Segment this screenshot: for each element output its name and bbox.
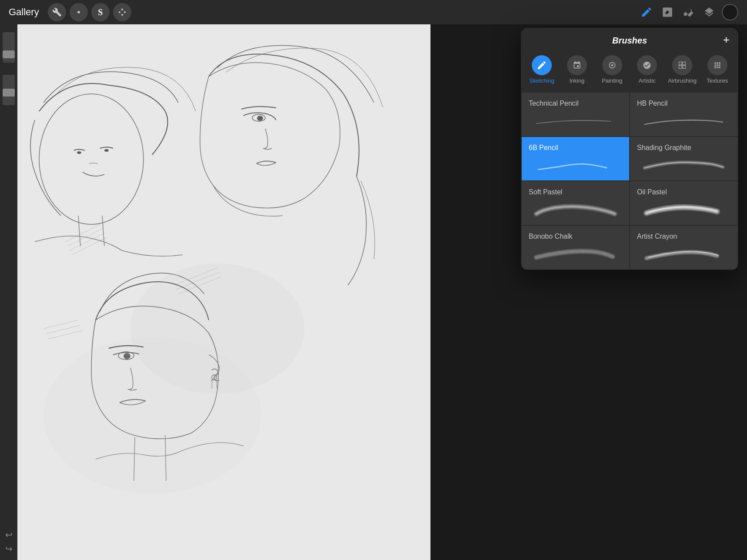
smudge-tool-icon[interactable]: S: [91, 3, 110, 21]
panel-title: Brushes: [612, 36, 647, 46]
svg-point-0: [77, 11, 80, 13]
tab-textures[interactable]: Textures: [700, 53, 734, 87]
layers-tool[interactable]: [701, 4, 717, 20]
tab-airbrushing[interactable]: Airbrushing: [666, 53, 699, 87]
opacity-handle[interactable]: [3, 50, 15, 58]
toolbar: Gallery S: [0, 0, 747, 24]
size-slider[interactable]: [3, 75, 15, 105]
brush-name-hb-pencil: HB Pencil: [637, 100, 730, 107]
brush-stroke-hb-pencil: [637, 113, 730, 128]
svg-point-23: [611, 64, 613, 67]
brush-hb-pencil[interactable]: HB Pencil: [630, 93, 737, 136]
textures-icon: [707, 55, 727, 75]
avatar: [722, 4, 738, 20]
svg-rect-26: [679, 66, 682, 69]
gallery-button[interactable]: Gallery: [9, 7, 39, 18]
pencil-tool-active[interactable]: [638, 4, 655, 20]
category-tabs: Sketching Inking Painting: [521, 50, 738, 92]
tab-inking[interactable]: Inking: [560, 53, 594, 87]
brush-stroke-technical-pencil: [529, 113, 622, 128]
add-brush-button[interactable]: +: [723, 34, 730, 45]
tab-artistic-label: Artistic: [639, 77, 656, 84]
tab-artistic[interactable]: Artistic: [630, 53, 664, 87]
brush-oil-pastel[interactable]: Oil Pastel: [630, 181, 737, 225]
size-handle[interactable]: [3, 89, 15, 97]
svg-rect-27: [683, 66, 686, 69]
inking-icon: [567, 55, 587, 75]
brush-6b-pencil[interactable]: 6B Pencil: [522, 137, 629, 180]
tab-airbrushing-label: Airbrushing: [668, 77, 697, 84]
svg-point-32: [595, 252, 596, 253]
left-sidebar: ↩ ↪: [0, 24, 17, 560]
opacity-slider[interactable]: [3, 32, 15, 63]
brush-stroke-oil-pastel: [637, 201, 730, 217]
canvas-area[interactable]: [0, 24, 430, 560]
brush-name-shading-graphite: Shading Graphite: [637, 144, 730, 152]
tab-sketching-label: Sketching: [530, 77, 554, 84]
brush-technical-pencil[interactable]: Technical Pencil: [522, 93, 629, 136]
svg-rect-25: [683, 62, 686, 65]
brush-stroke-bonobo-chalk: [529, 246, 622, 261]
tab-painting[interactable]: Painting: [595, 53, 629, 87]
wrench-tool[interactable]: [48, 3, 66, 21]
canvas-background: [0, 24, 430, 560]
brush-stroke-soft-pastel: [529, 201, 622, 217]
toolbar-right: [638, 4, 738, 20]
svg-rect-24: [679, 62, 682, 65]
adjust-tool[interactable]: [70, 3, 88, 21]
painting-icon: [602, 55, 622, 75]
brush-name-bonobo-chalk: Bonobo Chalk: [529, 233, 622, 240]
brush-name-artist-crayon: Artist Crayon: [637, 233, 730, 240]
brush-artist-crayon[interactable]: Artist Crayon: [630, 226, 737, 269]
svg-point-28: [547, 253, 549, 254]
brush-shading-graphite[interactable]: Shading Graphite: [630, 137, 737, 180]
svg-point-33: [604, 253, 606, 255]
brush-name-technical-pencil: Technical Pencil: [529, 100, 622, 107]
tab-inking-label: Inking: [570, 77, 585, 84]
artistic-icon: [637, 55, 657, 75]
smudge-label: S: [98, 7, 103, 17]
tab-painting-label: Painting: [602, 77, 622, 84]
undo-button[interactable]: ↩: [5, 530, 13, 539]
brush-stroke-artist-crayon: [637, 246, 730, 261]
smudge-right-tool[interactable]: [659, 4, 676, 20]
panel-header: Brushes +: [521, 28, 738, 50]
brush-name-soft-pastel: Soft Pastel: [529, 188, 622, 196]
brush-name-oil-pastel: Oil Pastel: [637, 188, 730, 196]
tab-textures-label: Textures: [707, 77, 728, 84]
brush-stroke-shading-graphite: [637, 157, 730, 173]
brush-stroke-6b-pencil: [529, 157, 622, 173]
redo-button[interactable]: ↪: [5, 544, 13, 553]
eraser-tool[interactable]: [680, 4, 697, 20]
svg-point-30: [571, 251, 573, 253]
brush-soft-pastel[interactable]: Soft Pastel: [522, 181, 629, 225]
brush-bonobo-chalk[interactable]: Bonobo Chalk: [522, 226, 629, 269]
airbrushing-icon: [672, 55, 692, 75]
brush-name-6b-pencil: 6B Pencil: [529, 144, 622, 152]
svg-point-29: [560, 252, 560, 253]
brush-grid: Technical Pencil HB Pencil 6B Pencil: [521, 92, 738, 270]
sketching-icon: [532, 55, 552, 75]
svg-point-31: [583, 251, 584, 252]
brushes-panel: Brushes + Sketching Inking: [521, 28, 738, 270]
transform-tool[interactable]: [113, 3, 131, 21]
tab-sketching[interactable]: Sketching: [525, 53, 559, 87]
